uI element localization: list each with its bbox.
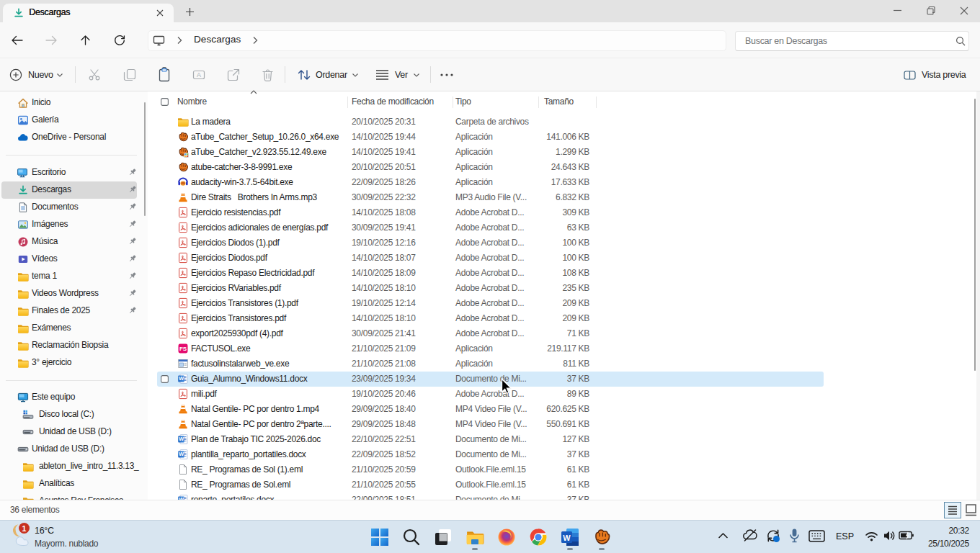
svg-text:W: W <box>563 534 571 542</box>
svg-text:A: A <box>197 71 201 78</box>
